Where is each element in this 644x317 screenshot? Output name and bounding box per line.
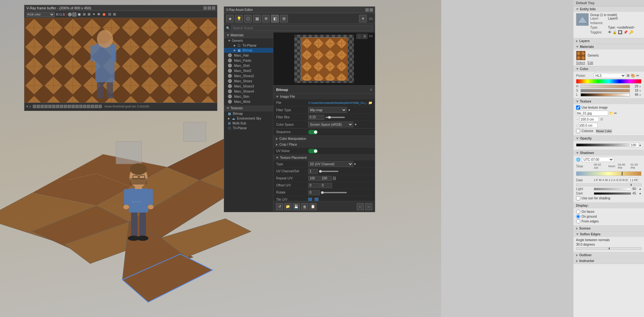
channel-select[interactable]: RGB color [26, 12, 55, 17]
ae-delete-icon[interactable]: 🗑 [301, 203, 308, 210]
marc-skin-item[interactable]: Marc_Skin [224, 94, 273, 99]
opacity-input[interactable] [630, 142, 639, 148]
picker-select[interactable]: HLS [594, 73, 626, 78]
ae-save-icon[interactable]: 💾 [293, 203, 300, 210]
view-circle-icon[interactable] [68, 13, 72, 16]
opacity-slider-track[interactable] [576, 143, 629, 147]
repeat-u-input[interactable] [308, 176, 320, 181]
toolbar-icon-3[interactable]: ⊠ [87, 12, 91, 16]
opacity-tray-header[interactable]: Opacity [573, 136, 644, 141]
texture-link-icon[interactable]: ⛓ [600, 118, 603, 121]
vray-mini-icon-4[interactable] [44, 105, 48, 108]
vray-mini-icon-7[interactable] [56, 105, 59, 108]
reset-color-button[interactable]: Reset Color [596, 129, 612, 133]
vray-mini-icon-11[interactable] [71, 105, 75, 108]
toolbar-icon-8[interactable]: ⊞ [112, 12, 117, 16]
vray-mini-icon-8[interactable] [60, 105, 63, 108]
opacity-spin-up[interactable]: ▲ [639, 144, 641, 147]
vray-mini-icon-3[interactable] [41, 105, 44, 108]
ae-preview-controls[interactable]: □ ⊞ 1/1 [356, 34, 374, 39]
dark-spin[interactable]: ▲ [639, 192, 641, 195]
uv-channel-slider[interactable] [319, 171, 338, 172]
time-bar[interactable] [576, 171, 641, 176]
toolbar-icon-4[interactable]: ✦ [92, 12, 96, 16]
texture-tri-planar-item[interactable]: ⬡ Tri-Planar [224, 126, 273, 131]
marc-hair-item[interactable]: Marc_Hair [224, 53, 273, 58]
s-bar[interactable] [581, 89, 630, 92]
dark-slider[interactable] [594, 192, 631, 195]
color-tray-header[interactable]: Color [573, 66, 644, 72]
vray-mini-icon-9[interactable] [64, 105, 67, 108]
h-spin-up[interactable]: ▲ [639, 85, 641, 88]
preview-zoom-in[interactable]: ⊞ [362, 34, 367, 39]
soften-edges-header[interactable]: Soften Edges [573, 231, 644, 237]
toolbar-icon-1[interactable]: ▣ [77, 12, 81, 16]
edit-link[interactable]: Edit [588, 61, 593, 65]
view-square-icon[interactable] [72, 13, 76, 16]
l-spin-up[interactable]: ▲ [639, 93, 641, 96]
outliner-header[interactable]: Outliner [573, 252, 644, 258]
ae-prev-icon[interactable]: ← [357, 203, 364, 210]
from-edges-radio[interactable] [576, 219, 580, 223]
colorize-checkbox[interactable] [576, 129, 580, 133]
vray-mini-icon-17[interactable] [95, 105, 98, 108]
filter-type-select[interactable]: Mip-map [308, 107, 347, 113]
marc-shoes4-item[interactable]: Marc_Shoes4 [224, 89, 273, 94]
on-ground-radio[interactable] [576, 214, 580, 219]
ae-active-icon[interactable]: ◧ [271, 15, 279, 23]
toolbar-icon-5[interactable]: ❋ [97, 12, 101, 16]
ae-materials-icon[interactable]: ◈ [226, 15, 234, 23]
ae-copy-icon[interactable]: 📋 [309, 203, 317, 210]
tri-planar-item[interactable]: ▶ ⬡ Tri-Planar [224, 43, 273, 48]
bitmap-item[interactable]: ▶ ▦ Bitmap [224, 48, 273, 53]
marc-shoes3-item[interactable]: Marc_Shoes3 [224, 84, 273, 89]
vray-mini-icon-12[interactable] [75, 105, 79, 108]
offset-u-input[interactable] [308, 183, 320, 188]
light-slider[interactable] [594, 188, 631, 190]
texture-height-input[interactable] [578, 123, 598, 128]
tile-u-checkbox[interactable] [308, 198, 312, 201]
crop-place-header[interactable]: Crop / Place [273, 142, 375, 147]
vray-mini-icon-16[interactable] [91, 105, 94, 108]
texture-placement-header[interactable]: Texture Placement [273, 155, 375, 160]
picker-more-icons[interactable]: ⚙ 🎨 ✏ [627, 74, 639, 78]
toolbar-icon-6[interactable]: ⏺ [101, 12, 107, 17]
ae-next-icon[interactable]: → [365, 203, 372, 210]
use-texture-checkbox[interactable] [576, 105, 580, 110]
on-faces-radio[interactable] [576, 210, 580, 214]
texture-name-input[interactable] [576, 111, 608, 116]
texture-bitmap-item[interactable]: ▦ Bitmap [224, 111, 273, 116]
textures-section-header[interactable]: Textures [224, 105, 273, 111]
tile-v-checkbox[interactable] [315, 198, 318, 201]
imago-file-header[interactable]: Imago File [273, 94, 375, 99]
ae-geometry-icon[interactable]: ⬡ [244, 15, 252, 23]
env-sky-item[interactable]: ▶ ☁ Environment Sky [224, 116, 273, 121]
filter-blur-input[interactable] [308, 115, 324, 120]
ae-refresh-icon[interactable]: ↺ [276, 203, 283, 210]
sequence-toggle[interactable] [308, 130, 318, 134]
repeat-link-icon[interactable]: ⛓ [333, 176, 336, 181]
vray-frame-controls[interactable]: _ □ × [204, 6, 215, 10]
rotate-input[interactable] [308, 190, 320, 195]
angle-slider-bar[interactable] [576, 247, 641, 250]
vray-mini-icon-6[interactable] [52, 105, 55, 108]
vray-mini-icon-1[interactable] [33, 105, 36, 108]
vray-mini-icon-5[interactable] [48, 105, 52, 108]
generic-group-item[interactable]: Generic [224, 38, 273, 43]
search-input[interactable] [231, 25, 373, 31]
filter-blur-slider[interactable] [326, 117, 345, 118]
marc-wrist-item[interactable]: Marc_Wrist [224, 99, 273, 104]
texture-browse-icon[interactable]: 📁 [609, 111, 613, 115]
h-bar[interactable] [581, 85, 630, 88]
ae-render-icon[interactable]: ☀ [359, 15, 367, 23]
marc-shirt2-item[interactable]: Marc_Shirt2 [224, 68, 273, 73]
material-preview[interactable] [576, 51, 585, 60]
file-browse-icon[interactable]: 📁 [368, 101, 372, 104]
texture-width-input[interactable] [580, 117, 599, 122]
materials-section-header[interactable]: Materials [224, 32, 273, 38]
scenes-tray-header[interactable]: Scenes [573, 226, 644, 231]
light-spin[interactable]: ▲ [639, 187, 641, 190]
vray-mini-icon-10[interactable] [68, 105, 71, 108]
hue-bar[interactable] [576, 79, 641, 84]
ae-close-button[interactable]: × [370, 8, 373, 12]
